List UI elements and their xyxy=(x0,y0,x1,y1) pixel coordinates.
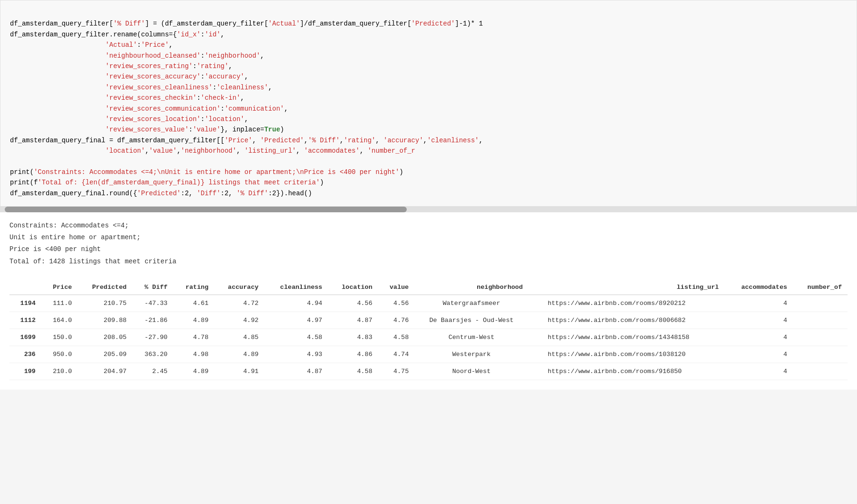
table-cell-0: 1112 xyxy=(9,312,41,329)
table-cell-0: 1699 xyxy=(9,329,41,346)
output-line-2: Unit is entire home or apartment; xyxy=(9,232,848,243)
table-cell-13 xyxy=(793,329,848,346)
table-cell-6: 4.58 xyxy=(264,329,328,346)
col-header-cleanliness: cleanliness xyxy=(264,280,328,295)
table-cell-2: 204.97 xyxy=(78,363,132,380)
table-cell-3: 363.20 xyxy=(132,346,174,363)
table-cell-0: 236 xyxy=(9,346,41,363)
table-cell-2: 205.09 xyxy=(78,346,132,363)
table-cell-6: 4.97 xyxy=(264,312,328,329)
table-cell-8: 4.56 xyxy=(378,295,414,312)
col-header-listing-url: listing_url xyxy=(542,280,725,295)
table-cell-10 xyxy=(528,346,542,363)
table-cell-4: 4.89 xyxy=(173,363,214,380)
col-header-neighborhood: neighborhood xyxy=(414,280,528,295)
col-header-rating: rating xyxy=(173,280,214,295)
table-cell-7: 4.58 xyxy=(328,363,378,380)
table-cell-6: 4.94 xyxy=(264,295,328,312)
output-line-1: Constraints: Accommodates <=4; xyxy=(9,220,848,232)
table-cell-13 xyxy=(793,295,848,312)
table-cell-10 xyxy=(528,329,542,346)
table-cell-2: 208.05 xyxy=(78,329,132,346)
table-cell-12: 4 xyxy=(725,346,793,363)
table-cell-7: 4.83 xyxy=(328,329,378,346)
table-cell-12: 4 xyxy=(725,363,793,380)
table-cell-1: 150.0 xyxy=(41,329,78,346)
code-cell: df_amsterdam_query_filter['% Diff'] = (d… xyxy=(0,0,857,207)
table-row: 1112164.0209.88-21.864.894.924.974.874.7… xyxy=(9,312,848,329)
table-cell-10 xyxy=(528,312,542,329)
output-line-4: Total of: 1428 listings that meet criter… xyxy=(9,256,848,268)
table-cell-5: 4.92 xyxy=(214,312,264,329)
table-cell-9: De Baarsjes - Oud-West xyxy=(414,312,528,329)
table-cell-6: 4.93 xyxy=(264,346,328,363)
table-cell-8: 4.76 xyxy=(378,312,414,329)
table-cell-2: 209.88 xyxy=(78,312,132,329)
table-row: 1194111.0210.75-47.334.614.724.944.564.5… xyxy=(9,295,848,312)
output-line-3: Price is <400 per night xyxy=(9,243,848,255)
table-cell-11: https://www.airbnb.com/rooms/8006682 xyxy=(542,312,725,329)
table-cell-13 xyxy=(793,363,848,380)
col-header-empty xyxy=(528,280,542,295)
table-cell-12: 4 xyxy=(725,295,793,312)
data-table-container: Price Predicted % Diff rating accuracy c… xyxy=(0,275,857,390)
results-table: Price Predicted % Diff rating accuracy c… xyxy=(9,280,848,380)
table-row: 236950.0205.09363.204.984.894.934.864.74… xyxy=(9,346,848,363)
table-cell-9: Centrum-West xyxy=(414,329,528,346)
table-cell-7: 4.56 xyxy=(328,295,378,312)
col-header-value: value xyxy=(378,280,414,295)
table-cell-10 xyxy=(528,295,542,312)
col-header-location: location xyxy=(328,280,378,295)
table-cell-4: 4.98 xyxy=(173,346,214,363)
table-cell-4: 4.61 xyxy=(173,295,214,312)
table-cell-3: -47.33 xyxy=(132,295,174,312)
table-cell-10 xyxy=(528,363,542,380)
col-header-price: Price xyxy=(41,280,78,295)
table-cell-8: 4.75 xyxy=(378,363,414,380)
col-header-predicted: Predicted xyxy=(78,280,132,295)
col-header-index xyxy=(9,280,41,295)
table-cell-1: 950.0 xyxy=(41,346,78,363)
table-cell-9: Watergraafsmeer xyxy=(414,295,528,312)
table-cell-9: Westerpark xyxy=(414,346,528,363)
table-cell-11: https://www.airbnb.com/rooms/14348158 xyxy=(542,329,725,346)
output-text-cell: Constraints: Accommodates <=4; Unit is e… xyxy=(0,212,857,275)
table-cell-4: 4.78 xyxy=(173,329,214,346)
col-header-accommodates: accommodates xyxy=(725,280,793,295)
table-cell-3: -27.90 xyxy=(132,329,174,346)
table-cell-11: https://www.airbnb.com/rooms/8920212 xyxy=(542,295,725,312)
table-cell-0: 199 xyxy=(9,363,41,380)
table-cell-13 xyxy=(793,312,848,329)
print-line3: df_amsterdam_query_final.round({'Predict… xyxy=(10,190,312,197)
table-cell-6: 4.87 xyxy=(264,363,328,380)
table-cell-12: 4 xyxy=(725,312,793,329)
table-header-row: Price Predicted % Diff rating accuracy c… xyxy=(9,280,848,295)
col-header-number-of: number_of xyxy=(793,280,848,295)
table-cell-3: -21.86 xyxy=(132,312,174,329)
table-cell-11: https://www.airbnb.com/rooms/1038120 xyxy=(542,346,725,363)
table-cell-7: 4.86 xyxy=(328,346,378,363)
table-row: 199210.0204.972.454.894.914.874.584.75No… xyxy=(9,363,848,380)
table-cell-1: 164.0 xyxy=(41,312,78,329)
table-cell-8: 4.58 xyxy=(378,329,414,346)
table-row: 1699150.0208.05-27.904.784.854.584.834.5… xyxy=(9,329,848,346)
col-header-accuracy: accuracy xyxy=(214,280,264,295)
table-cell-5: 4.85 xyxy=(214,329,264,346)
table-cell-13 xyxy=(793,346,848,363)
print-line1: print('Constraints: Accommodates <=4;\nU… xyxy=(10,168,403,176)
table-cell-11: https://www.airbnb.com/rooms/916850 xyxy=(542,363,725,380)
table-cell-12: 4 xyxy=(725,329,793,346)
table-cell-5: 4.89 xyxy=(214,346,264,363)
table-cell-1: 210.0 xyxy=(41,363,78,380)
horizontal-scrollbar[interactable] xyxy=(0,207,857,212)
table-cell-5: 4.91 xyxy=(214,363,264,380)
table-cell-2: 210.75 xyxy=(78,295,132,312)
scrollbar-thumb[interactable] xyxy=(5,207,407,212)
table-cell-4: 4.89 xyxy=(173,312,214,329)
col-header-pct-diff: % Diff xyxy=(132,280,174,295)
table-cell-1: 111.0 xyxy=(41,295,78,312)
print-line2: print(f'Total of: {len(df_amsterdam_quer… xyxy=(10,179,324,186)
table-cell-0: 1194 xyxy=(9,295,41,312)
table-cell-9: Noord-West xyxy=(414,363,528,380)
table-cell-5: 4.72 xyxy=(214,295,264,312)
